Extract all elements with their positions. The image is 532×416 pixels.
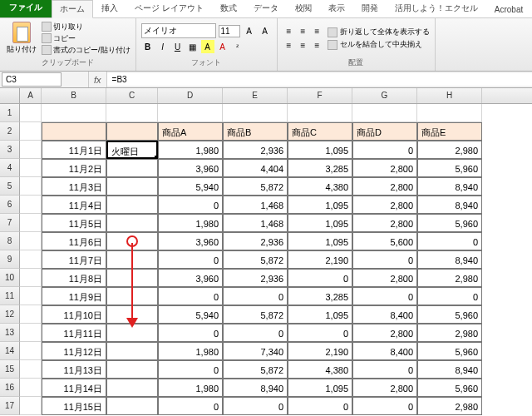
cell[interactable]: 1,980 (158, 342, 223, 360)
cell[interactable]: 0 (417, 232, 482, 250)
cell[interactable]: 0 (352, 287, 417, 305)
cell[interactable] (106, 214, 158, 232)
cell[interactable] (20, 342, 42, 360)
name-box[interactable]: C3 (2, 72, 62, 87)
cell[interactable]: 1,468 (223, 196, 288, 214)
cell[interactable]: 0 (288, 397, 352, 415)
cell[interactable]: 5,872 (223, 360, 288, 379)
cell[interactable]: 0 (352, 250, 417, 269)
cell[interactable]: 11月3日 (42, 177, 106, 196)
cell[interactable]: 1,095 (288, 232, 352, 250)
col-header[interactable]: E (223, 88, 288, 103)
cell[interactable] (20, 232, 42, 250)
col-header[interactable]: C (106, 88, 158, 103)
cell[interactable]: 8,940 (417, 250, 482, 269)
cell[interactable]: 0 (288, 324, 352, 342)
align-top-button[interactable]: ≡ (283, 25, 296, 38)
cell[interactable] (106, 269, 158, 287)
cell[interactable]: 11月14日 (42, 379, 106, 397)
cell[interactable]: 11月6日 (42, 232, 106, 250)
row-header[interactable]: 11 (0, 287, 20, 305)
cell[interactable] (106, 177, 158, 196)
cell[interactable]: 0 (417, 287, 482, 305)
cell[interactable]: 2,936 (223, 141, 288, 159)
cell[interactable]: 5,872 (223, 177, 288, 196)
bold-button[interactable]: B (141, 40, 155, 53)
cell[interactable]: 5,960 (417, 214, 482, 232)
row-header[interactable]: 1 (0, 104, 20, 122)
cell[interactable]: 7,340 (223, 342, 288, 360)
wrap-text-button[interactable]: 折り返して全体を表示する (328, 26, 430, 38)
cell[interactable]: 8,940 (417, 177, 482, 196)
cell[interactable]: 0 (158, 324, 223, 342)
row-header[interactable]: 2 (0, 122, 20, 141)
font-color-button[interactable]: A (216, 40, 229, 53)
cell[interactable]: 2,980 (417, 269, 482, 287)
cell[interactable]: 1,980 (158, 379, 223, 397)
cell[interactable]: 11月5日 (42, 214, 106, 232)
row-header[interactable]: 5 (0, 177, 20, 196)
cell[interactable]: 2,980 (417, 324, 482, 342)
cell[interactable] (20, 214, 42, 232)
cell[interactable]: 8,940 (417, 360, 482, 379)
tab-view[interactable]: 表示 (320, 0, 353, 17)
cell[interactable]: 2,980 (417, 397, 482, 415)
row-header[interactable]: 12 (0, 305, 20, 324)
cell[interactable]: 11月8日 (42, 269, 106, 287)
copy-button[interactable]: コピー (42, 33, 131, 44)
cell[interactable]: 5,940 (158, 177, 223, 196)
cell[interactable]: 11月13日 (42, 360, 106, 379)
cell[interactable]: 1,095 (288, 379, 352, 397)
cell[interactable]: 2,800 (352, 324, 417, 342)
cell[interactable]: 1,980 (158, 141, 223, 159)
row-header[interactable]: 6 (0, 196, 20, 214)
cell[interactable]: 2,936 (223, 232, 288, 250)
cell[interactable]: 4,380 (288, 177, 352, 196)
cell[interactable]: 11月15日 (42, 397, 106, 415)
row-header[interactable]: 3 (0, 141, 20, 159)
cell[interactable]: 2,800 (352, 379, 417, 397)
cell[interactable] (20, 305, 42, 324)
fx-icon[interactable]: fx (88, 72, 107, 87)
cell[interactable]: 1,095 (288, 305, 352, 324)
cell[interactable]: 0 (158, 360, 223, 379)
cell[interactable] (106, 232, 158, 250)
cell[interactable] (106, 196, 158, 214)
cell[interactable]: 1,095 (288, 214, 352, 232)
col-header[interactable]: B (42, 88, 106, 103)
cell[interactable]: 5,872 (223, 305, 288, 324)
cell[interactable]: 2,800 (352, 214, 417, 232)
underline-button[interactable]: U (171, 40, 185, 53)
italic-button[interactable]: I (156, 40, 170, 53)
cell[interactable] (106, 360, 158, 379)
tab-util[interactable]: 活用しよう！エクセル (387, 0, 486, 17)
cell[interactable]: 火曜日 (106, 141, 158, 159)
cell[interactable] (106, 159, 158, 177)
cell[interactable]: 5,960 (417, 159, 482, 177)
cell[interactable]: 0 (352, 141, 417, 159)
select-all-corner[interactable] (0, 88, 20, 103)
row-header[interactable]: 17 (0, 397, 20, 415)
cell[interactable]: 11月12日 (42, 342, 106, 360)
row-header[interactable]: 10 (0, 269, 20, 287)
cell[interactable]: 11月9日 (42, 287, 106, 305)
tab-formula[interactable]: 数式 (212, 0, 245, 17)
tab-file[interactable]: ファイル (0, 0, 52, 17)
cell[interactable]: 1,468 (223, 214, 288, 232)
cell[interactable] (20, 177, 42, 196)
col-header[interactable]: G (352, 88, 417, 103)
cell[interactable] (20, 196, 42, 214)
tab-layout[interactable]: ページ レイアウト (126, 0, 212, 17)
cell[interactable]: 11月1日 (42, 141, 106, 159)
cell[interactable]: 3,285 (288, 287, 352, 305)
decrease-font-icon[interactable]: A (259, 24, 272, 37)
cell[interactable]: 2,800 (352, 196, 417, 214)
fill-handle[interactable] (154, 155, 158, 159)
cell[interactable] (20, 397, 42, 415)
align-right-button[interactable]: ≡ (311, 39, 324, 52)
row-header[interactable]: 15 (0, 360, 20, 379)
tab-acrobat[interactable]: Acrobat (486, 2, 531, 17)
increase-font-icon[interactable]: A (243, 24, 256, 37)
row-header[interactable]: 4 (0, 159, 20, 177)
font-name-select[interactable]: メイリオ (141, 23, 216, 38)
